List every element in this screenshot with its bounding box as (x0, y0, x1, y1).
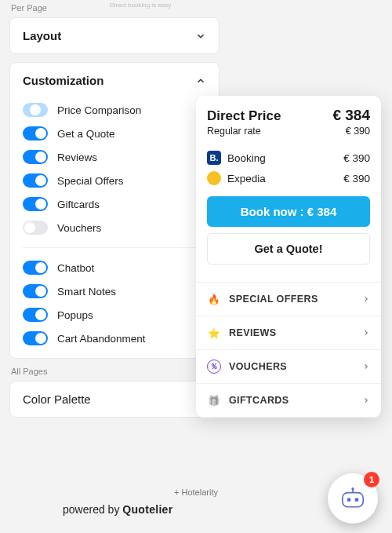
ota-row: Expedia€ 390 (207, 168, 370, 188)
toggle-label: Price Comparison (57, 104, 141, 116)
feature-icon: 🎁 (207, 393, 221, 407)
toggle-group-a: Price ComparisonGet a QuoteReviewsSpecia… (10, 98, 219, 239)
feature-icon: ⭐ (207, 326, 221, 340)
per-page-label: Per Page (11, 3, 392, 13)
toggle-group-b: ChatbotSmart NotesPopupsCart Abandonment (10, 256, 219, 350)
ota-row: B.Booking€ 390 (207, 148, 370, 168)
color-palette-header[interactable]: Color Palette (10, 381, 219, 417)
feature-icon: ％ (207, 360, 221, 374)
toggle-row: Popups (10, 303, 219, 327)
divider (23, 247, 206, 248)
powered-by: powered by Quotelier (63, 503, 172, 516)
feature-label: VOUCHERS (229, 361, 287, 372)
feature-label: SPECIAL OFFERS (229, 294, 318, 305)
feature-list: 🔥SPECIAL OFFERS⭐REVIEWS％VOUCHERS🎁GIFTCAR… (196, 282, 381, 418)
toggle-switch[interactable] (23, 261, 48, 275)
regular-rate-value: € 390 (346, 126, 370, 137)
chevron-right-icon (362, 329, 370, 337)
toggle-label: Chatbot (57, 262, 94, 274)
toggle-label: Vouchers (57, 222, 101, 234)
ota-icon: B. (207, 151, 221, 165)
ota-list: B.Booking€ 390Expedia€ 390 (207, 148, 370, 188)
get-quote-button[interactable]: Get a Quote! (207, 233, 370, 265)
toggle-row: Smart Notes (10, 279, 219, 303)
chevron-right-icon (362, 295, 370, 303)
toggle-switch[interactable] (23, 331, 48, 345)
ota-icon (207, 171, 221, 185)
layout-panel: Layout (9, 17, 220, 54)
toggle-row: Vouchers (10, 216, 219, 239)
small-caption: Direct booking is easy (110, 2, 171, 9)
chevron-up-icon (195, 75, 206, 86)
toggle-row: Reviews (10, 145, 219, 169)
toggle-label: Reviews (57, 152, 97, 163)
customization-panel-header[interactable]: Customization (10, 63, 219, 98)
toggle-switch[interactable] (23, 150, 48, 164)
toggle-label: Giftcards (57, 199, 100, 210)
toggle-row: Special Offers (10, 169, 219, 192)
feature-label: REVIEWS (229, 327, 276, 338)
toggle-label: Smart Notes (57, 286, 116, 298)
customization-panel: Customization Price ComparisonGet a Quot… (9, 62, 220, 359)
chatbot-button[interactable]: 1 (328, 473, 378, 524)
ota-name: Booking (227, 152, 266, 164)
toggle-switch[interactable] (23, 197, 48, 211)
ota-name: Expedia (227, 173, 266, 184)
svg-point-2 (354, 498, 358, 502)
toggle-switch[interactable] (23, 284, 48, 298)
toggle-label: Popups (57, 309, 93, 321)
ota-price: € 390 (343, 152, 370, 164)
bot-icon (339, 487, 366, 509)
feature-row[interactable]: ⭐REVIEWS (196, 316, 381, 350)
powered-pre: powered by (63, 503, 122, 516)
toggle-row: Giftcards (10, 192, 219, 216)
color-palette-title: Color Palette (23, 392, 91, 406)
feature-label: GIFTCARDS (229, 395, 289, 406)
chevron-right-icon (362, 396, 370, 404)
feature-row[interactable]: ％VOUCHERS (196, 350, 381, 384)
toggle-label: Get a Quote (57, 128, 115, 140)
chevron-right-icon (362, 363, 370, 371)
svg-point-1 (347, 498, 351, 502)
feature-row[interactable]: 🔥SPECIAL OFFERS (196, 283, 381, 316)
toggle-row: Get a Quote (10, 122, 219, 145)
chevron-down-icon (195, 31, 206, 42)
layout-panel-header[interactable]: Layout (10, 18, 219, 53)
direct-price-value: € 384 (332, 107, 370, 124)
layout-title: Layout (23, 29, 61, 42)
toggle-switch[interactable] (23, 126, 48, 141)
customization-title: Customization (23, 74, 103, 87)
toggle-switch[interactable] (23, 308, 48, 322)
toggle-switch[interactable] (23, 221, 48, 235)
toggle-row: Price Comparison (10, 98, 219, 122)
feature-icon: 🔥 (207, 292, 221, 306)
direct-price-title: Direct Price (207, 108, 281, 124)
toggle-label: Special Offers (57, 175, 124, 187)
toggle-row: Chatbot (10, 256, 219, 279)
toggle-switch[interactable] (23, 103, 48, 117)
preview-widget: Direct Price € 384 Regular rate € 390 B.… (196, 96, 381, 418)
svg-rect-0 (343, 493, 363, 507)
toggle-row: Cart Abandonment (10, 327, 219, 350)
feature-row[interactable]: 🎁GIFTCARDS (196, 384, 381, 418)
chatbot-badge: 1 (364, 472, 379, 487)
color-palette-panel: Color Palette (9, 381, 220, 418)
svg-point-4 (351, 487, 354, 490)
toggle-label: Cart Abandonment (57, 333, 146, 345)
toggle-switch[interactable] (23, 173, 48, 188)
ota-price: € 390 (343, 173, 370, 184)
book-now-button[interactable]: Book now : € 384 (207, 196, 370, 227)
regular-rate-label: Regular rate (207, 126, 261, 137)
powered-brand: Quotelier (122, 503, 172, 516)
